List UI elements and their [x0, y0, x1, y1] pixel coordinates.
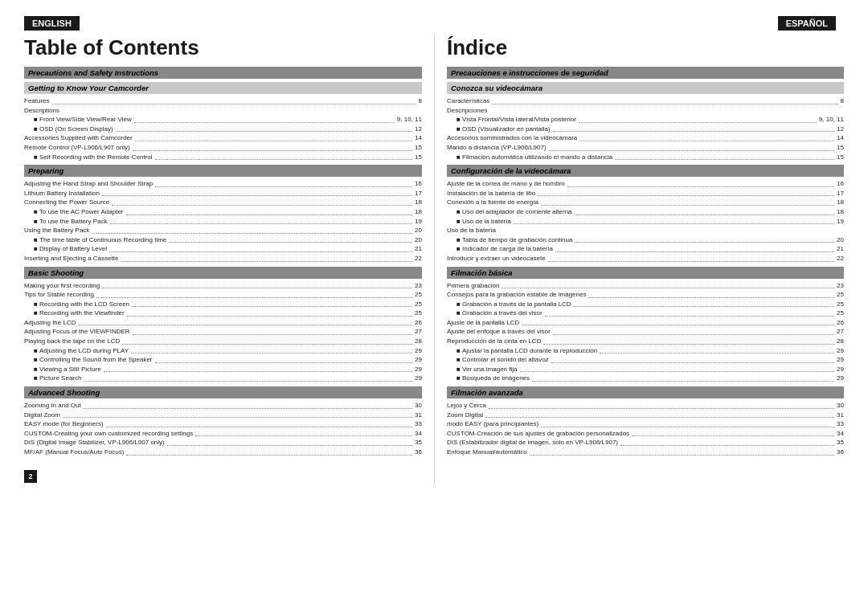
page-badge: 2 — [24, 470, 37, 483]
toc-label: ■To use the AC Power Adapter — [34, 207, 124, 217]
toc-label: ■Picture Search — [34, 374, 81, 383]
toc-page: 31 — [415, 411, 422, 420]
toc-label: Enfoque Manual/automático — [447, 447, 527, 457]
toc-dots — [92, 233, 412, 234]
toc-dots — [102, 288, 412, 288]
toc-dots — [155, 362, 413, 363]
toc-dots — [549, 150, 834, 151]
toc-dots — [52, 104, 416, 104]
toc-item: ■Uso de la batería19 — [447, 217, 844, 227]
toc-label: EASY mode (for Beginners) — [24, 419, 104, 429]
toc-page: 34 — [415, 429, 422, 439]
toc-item: ■Filmación automática utilizando el mand… — [447, 153, 844, 162]
toc-label: Lithium Battery Installation — [24, 189, 100, 198]
toc-page: 21 — [415, 244, 422, 254]
toc-dots — [485, 417, 834, 418]
toc-page: 22 — [415, 254, 422, 264]
toc-item: Enfoque Manual/automático36 — [447, 447, 844, 457]
toc-dots — [84, 408, 412, 409]
toc-dots — [78, 325, 412, 325]
toc-label: Accessories Supplied with Camcorder — [24, 133, 133, 143]
toc-label: Playing back the tape on the LCD — [24, 337, 120, 346]
toc-page: 29 — [415, 365, 422, 374]
toc-item: Ajuste del enfoque a través del visor27 — [447, 327, 844, 337]
toc-label: Features — [24, 96, 50, 106]
toc-dots — [553, 131, 834, 132]
toc-label: Mando a distancia (VP-L906/L907) — [447, 143, 547, 153]
toc-item: Descripciones — [447, 106, 844, 116]
toc-page: 15 — [415, 143, 422, 153]
toc-label: ■Filmación automática utilizando el mand… — [457, 153, 612, 162]
toc-dots — [532, 381, 834, 382]
toc-page: 27 — [837, 327, 844, 337]
toc-page: 17 — [415, 189, 422, 198]
toc-item: Zooming In and Out30 — [24, 401, 422, 411]
toc-item: Introducir y extraer un videocasete22 — [447, 254, 844, 264]
toc-item: Adjusting the LCD26 — [24, 318, 422, 328]
main-columns: Table of Contents Precautions and Safety… — [24, 35, 844, 483]
toc-item: ■Tabla de tiempo de grabación continua20 — [447, 235, 844, 245]
toc-page: 25 — [837, 309, 844, 318]
toc-page: 20 — [415, 226, 422, 235]
toc-item: Features8 — [24, 96, 422, 106]
toc-dots — [514, 223, 834, 224]
toc-label: Adjusting Focus of the VIEWFINDER — [24, 327, 130, 337]
toc-page: 18 — [837, 198, 844, 207]
section-header: Filmación avanzada — [447, 386, 844, 398]
toc-label: Descripciones — [447, 106, 487, 116]
toc-page: 22 — [837, 254, 844, 264]
page: ENGLISH ESPAÑOL Table of Contents Precau… — [0, 0, 868, 613]
toc-label: Using the Battery Pack — [24, 226, 89, 235]
toc-item: Primera grabación23 — [447, 281, 844, 291]
toc-item: CUSTOM-Creating your own customized reco… — [24, 429, 422, 439]
toc-page: 34 — [837, 429, 844, 439]
toc-dots — [579, 141, 834, 141]
toc-dots — [555, 251, 834, 252]
right-title: Índice — [447, 35, 844, 60]
toc-dots — [195, 435, 412, 436]
toc-page: 29 — [837, 355, 844, 365]
section-header: Precauciones e instrucciones de segurida… — [447, 67, 844, 79]
toc-item: ■Indicador de carga de la batería21 — [447, 244, 844, 254]
toc-page: 29 — [415, 346, 422, 356]
toc-dots — [588, 297, 834, 298]
toc-dots — [520, 371, 835, 372]
toc-dots — [126, 455, 412, 456]
toc-label: Zoom Digital — [447, 411, 483, 420]
toc-page: 25 — [415, 290, 422, 300]
toc-dots — [155, 159, 413, 160]
toc-dots — [548, 261, 834, 262]
toc-item: Connecting the Power Source18 — [24, 198, 422, 207]
toc-item: DIS (Digital Image Stabilizer, VP-L906/L… — [24, 438, 422, 447]
toc-item: ■Ajustar la pantalla LCD durante la repr… — [447, 346, 844, 356]
toc-item: Remote Control (VP-L906/L907 only)15 — [24, 143, 422, 153]
toc-item: ■Picture Search29 — [24, 374, 422, 383]
toc-dots — [543, 344, 834, 345]
toc-item: Características8 — [447, 96, 844, 106]
toc-page: 12 — [837, 125, 844, 134]
toc-dots — [126, 215, 413, 215]
toc-label: ■Búsqueda de imágenes — [457, 374, 530, 383]
page-badge-container: 2 — [24, 464, 422, 483]
toc-page: 20 — [415, 235, 422, 245]
toc-dots — [574, 306, 834, 307]
toc-page: 29 — [415, 374, 422, 383]
toc-label: Ajuste del enfoque a través del visor — [447, 327, 551, 337]
toc-item: ■Ver una imagen fija29 — [447, 365, 844, 374]
toc-page: 17 — [837, 189, 844, 198]
toc-item: Lithium Battery Installation17 — [24, 189, 422, 198]
toc-page: 14 — [415, 133, 422, 143]
toc-page: 15 — [415, 153, 422, 162]
toc-page: 23 — [415, 281, 422, 291]
toc-item: Adjusting the Hand Strap and Shoulder St… — [24, 179, 422, 189]
toc-item: ■OSD (Visualizador en pantalla)12 — [447, 125, 844, 134]
toc-item: Adjusting Focus of the VIEWFINDER27 — [24, 327, 422, 337]
toc-page: 16 — [415, 179, 422, 189]
toc-item: ■Recording with the LCD Screen25 — [24, 300, 422, 309]
toc-page: 18 — [837, 207, 844, 217]
toc-item: Consejos para la grabación estable de im… — [447, 290, 844, 300]
toc-page: 21 — [837, 244, 844, 254]
toc-dots — [131, 353, 412, 353]
toc-label: ■Controlling the Sound from the Speaker — [34, 355, 153, 365]
section-header: Advanced Shooting — [24, 386, 422, 398]
